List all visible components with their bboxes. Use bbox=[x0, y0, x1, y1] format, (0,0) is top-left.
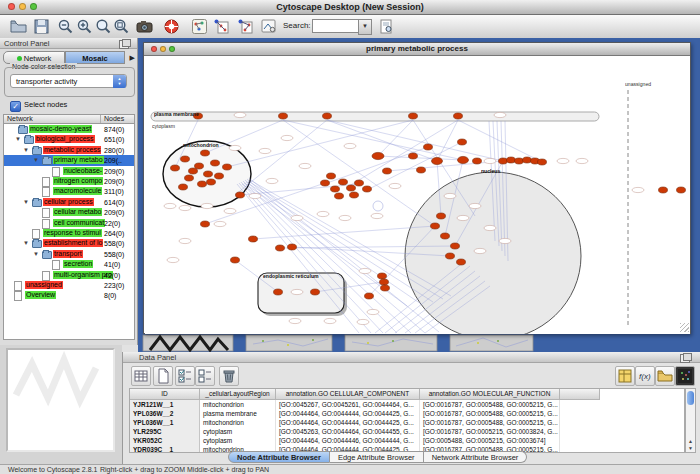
expand-icon[interactable]: ▼ bbox=[23, 147, 29, 153]
expand-icon[interactable]: ▼ bbox=[15, 136, 21, 142]
search-advanced-icon[interactable] bbox=[378, 18, 395, 35]
tree-row[interactable]: ▼metabolic process280(0) bbox=[4, 145, 134, 155]
tree-row[interactable]: response to stimul264(0) bbox=[4, 228, 134, 238]
scrollbar-thumb[interactable] bbox=[687, 391, 694, 405]
expand-icon[interactable]: ▼ bbox=[23, 199, 29, 205]
expand-icon[interactable]: ▼ bbox=[23, 240, 29, 246]
tree-row[interactable]: mosaic-demo-yeast874(0) bbox=[4, 124, 134, 134]
tree-node-label[interactable]: response to stimul bbox=[43, 229, 102, 237]
float-panel-icon[interactable] bbox=[680, 354, 690, 363]
help-icon[interactable] bbox=[163, 18, 180, 35]
tree-row[interactable]: secretion41(0) bbox=[4, 259, 134, 269]
tab-edge-attribute-browser[interactable]: Edge Attribute Browser bbox=[330, 451, 424, 463]
birdseye-view[interactable] bbox=[6, 348, 115, 452]
tree-row[interactable]: ▼transport558(0) bbox=[4, 249, 134, 259]
column-header[interactable]: annotation.GO MOLECULAR_FUNCTION bbox=[420, 389, 560, 400]
folder-icon bbox=[42, 251, 52, 259]
tree-node-label[interactable]: macromolecule bbox=[53, 187, 102, 195]
tree-node-label[interactable]: Overview bbox=[25, 291, 56, 299]
tree-row[interactable]: macromolecule311(0) bbox=[4, 186, 134, 196]
column-header[interactable]: _cellularLayoutRegion bbox=[200, 389, 276, 400]
table-row[interactable]: YJR121W__1mitochondrion[GO:0045267, GO:0… bbox=[130, 400, 684, 409]
attribute-table[interactable]: ID_cellularLayoutRegionannotation.GO CEL… bbox=[129, 388, 685, 453]
search-dropdown-icon[interactable]: ▼ bbox=[358, 19, 372, 35]
network-canvas[interactable]: plasma membrane cytoplasm mitochondrion … bbox=[145, 56, 690, 334]
node-color-select[interactable]: transporter activity ▲▼ bbox=[10, 74, 127, 88]
tree-row[interactable]: ▼establishment of lo558(0) bbox=[4, 238, 134, 248]
tree-row[interactable]: cell communicat22(0) bbox=[4, 218, 134, 228]
tree-node-label[interactable]: secretion bbox=[63, 260, 93, 268]
select-nodes-checkbox[interactable]: ✓ bbox=[10, 101, 21, 112]
attribute-batch-icon[interactable] bbox=[615, 366, 635, 386]
cell-cc: [GO:0045263, GO:0044464, GO:0044455, G..… bbox=[276, 427, 420, 436]
tree-node-label[interactable]: establishment of lo bbox=[43, 239, 103, 247]
table-mode-icon[interactable] bbox=[131, 366, 151, 386]
folder-icon bbox=[32, 147, 42, 155]
network-view-alt-icon[interactable] bbox=[237, 18, 254, 35]
tree-node-label[interactable]: nitrogen compo bbox=[53, 177, 103, 185]
table-row[interactable]: YLR295Ccytoplasm[GO:0045263, GO:0044464,… bbox=[130, 427, 684, 436]
window-resize-grip[interactable] bbox=[680, 323, 689, 332]
snapshot-icon[interactable] bbox=[136, 18, 153, 35]
tree-row[interactable]: ▼biological_process651(0) bbox=[4, 134, 134, 144]
tree-row[interactable]: Overview8(0) bbox=[4, 290, 134, 300]
tree-node-label[interactable]: primary metabo bbox=[53, 156, 104, 164]
tree-node-label[interactable]: unassigned bbox=[25, 281, 63, 289]
vizmapper-icon[interactable] bbox=[260, 18, 277, 35]
column-header[interactable]: ID bbox=[130, 389, 200, 400]
tree-node-label[interactable]: biological_process bbox=[35, 135, 95, 143]
tab-overflow-icon[interactable]: ▶ bbox=[130, 54, 135, 62]
open-icon[interactable] bbox=[10, 18, 27, 35]
table-scrollbar[interactable]: ▲ ▼ bbox=[685, 388, 696, 453]
tree-row[interactable]: cellular metabo209(0) bbox=[4, 207, 134, 217]
network-view-window[interactable]: primary metabolic process plasma membran… bbox=[143, 42, 691, 334]
table-row[interactable]: YPL036W__2plasma membrane[GO:0044464, GO… bbox=[130, 409, 684, 418]
tree-node-label[interactable]: nucleobase- bbox=[63, 167, 103, 175]
layout-icon[interactable] bbox=[191, 18, 208, 35]
unselect-attributes-icon[interactable] bbox=[195, 366, 215, 386]
tree-row[interactable]: nucleobase-209(0) bbox=[4, 166, 134, 176]
network-window-titlebar[interactable]: primary metabolic process bbox=[144, 43, 690, 56]
tree-node-label[interactable]: cell communicat bbox=[53, 219, 105, 227]
table-row[interactable]: YPL036W__1mitochondrion[GO:0044464, GO:0… bbox=[130, 418, 684, 427]
expand-icon[interactable]: ▼ bbox=[33, 251, 39, 257]
window-title: Cytoscape Desktop (New Session) bbox=[0, 2, 700, 12]
new-attribute-icon[interactable] bbox=[153, 366, 173, 386]
col-nodes[interactable]: Nodes bbox=[101, 115, 134, 123]
cell-cc: [GO:0045267, GO:0045261, GO:0044464, G..… bbox=[276, 400, 420, 409]
scroll-up-icon[interactable]: ▲ bbox=[686, 438, 695, 444]
delete-attribute-icon[interactable] bbox=[219, 366, 239, 386]
float-panel-icon[interactable] bbox=[119, 40, 129, 49]
col-network[interactable]: Network bbox=[4, 115, 101, 123]
zoom-selected-icon[interactable] bbox=[95, 18, 112, 35]
save-icon[interactable] bbox=[33, 18, 50, 35]
tab-network-attribute-browser[interactable]: Network Attribute Browser bbox=[424, 451, 528, 463]
tab-node-attribute-browser[interactable]: Node Attribute Browser bbox=[228, 451, 330, 463]
tree-node-label[interactable]: cellular process bbox=[43, 198, 94, 206]
scroll-down-icon[interactable]: ▼ bbox=[686, 445, 695, 451]
matrix-icon[interactable] bbox=[675, 366, 695, 386]
tree-node-label[interactable]: transport bbox=[53, 250, 83, 258]
network-view-icon[interactable] bbox=[213, 18, 230, 35]
select-nodes-row[interactable]: ✓Select nodes bbox=[10, 100, 67, 110]
tree-node-label[interactable]: metabolic process bbox=[43, 146, 101, 154]
function-builder-icon[interactable]: f(x) bbox=[635, 366, 655, 386]
import-attributes-icon[interactable] bbox=[655, 366, 675, 386]
tree-row[interactable]: unassigned223(0) bbox=[4, 280, 134, 290]
zoom-fit-icon[interactable] bbox=[113, 18, 130, 35]
column-header[interactable] bbox=[560, 389, 600, 400]
zoom-out-icon[interactable] bbox=[57, 18, 74, 35]
cytoscape-app: Cytoscape Desktop (New Session) Search: bbox=[0, 0, 700, 474]
search-input[interactable] bbox=[312, 19, 362, 33]
table-row[interactable]: YKR052Ccytoplasm[GO:0044464, GO:0044446,… bbox=[130, 436, 684, 445]
tree-row[interactable]: ▼primary metabo209(.. bbox=[4, 155, 134, 165]
tree-row[interactable]: ▼cellular process614(0) bbox=[4, 197, 134, 207]
tree-node-label[interactable]: cellular metabo bbox=[53, 208, 102, 216]
select-attributes-icon[interactable] bbox=[175, 366, 195, 386]
expand-icon[interactable]: ▼ bbox=[33, 157, 39, 163]
zoom-in-icon[interactable] bbox=[76, 18, 93, 35]
tree-row[interactable]: nitrogen compo209(0) bbox=[4, 176, 134, 186]
tree-node-label[interactable]: mosaic-demo-yeast bbox=[29, 125, 92, 133]
column-header[interactable]: annotation.GO CELLULAR_COMPONENT bbox=[276, 389, 420, 400]
tree-row[interactable]: multi-organism pro42(0) bbox=[4, 270, 134, 280]
